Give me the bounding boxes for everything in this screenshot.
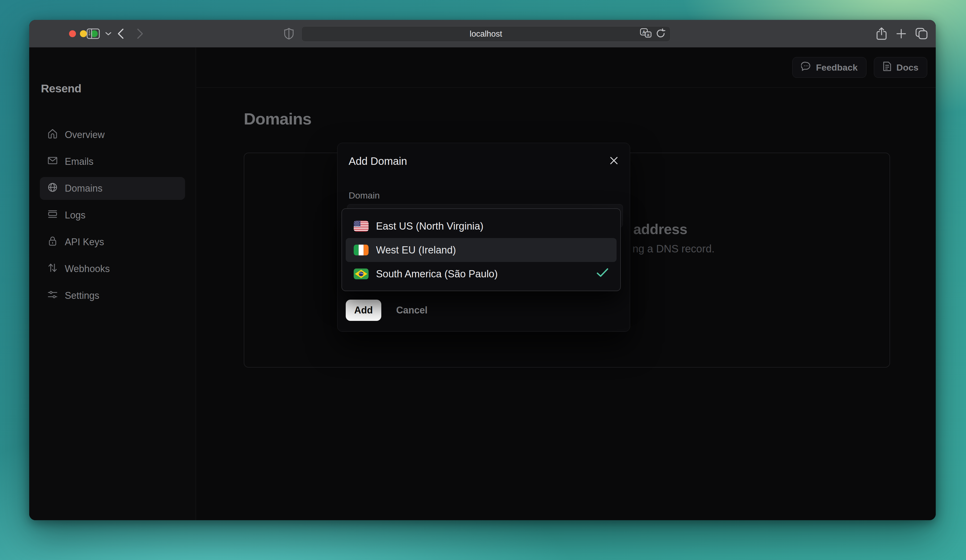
svg-text:a: a xyxy=(647,33,649,37)
reload-icon[interactable] xyxy=(656,28,666,40)
lock-icon xyxy=(47,236,58,249)
forward-icon[interactable] xyxy=(133,20,147,47)
resend-app: Resend Overview xyxy=(29,47,936,520)
back-icon[interactable] xyxy=(113,20,127,47)
mail-icon xyxy=(47,155,58,168)
page-title: Domains xyxy=(244,109,312,128)
domain-field-label: Domain xyxy=(348,190,380,201)
feedback-button-label: Feedback xyxy=(816,62,858,73)
sliders-icon xyxy=(47,289,58,302)
feedback-bubble-icon xyxy=(801,61,811,74)
region-option-west-eu[interactable]: West EU (Ireland) xyxy=(346,238,616,262)
sidebar-item-domains[interactable]: Domains xyxy=(40,177,185,200)
browser-toolbar: localhost A a xyxy=(29,20,936,47)
feedback-button[interactable]: Feedback xyxy=(792,57,866,78)
browser-window: localhost A a xyxy=(29,20,936,520)
modal-title: Add Domain xyxy=(348,155,407,167)
check-icon xyxy=(596,268,609,280)
close-window-button[interactable] xyxy=(69,30,76,37)
home-icon xyxy=(47,128,58,141)
sidebar-item-label: Emails xyxy=(65,156,94,167)
region-option-east-us[interactable]: East US (North Virginia) xyxy=(346,214,616,238)
address-bar[interactable]: localhost A a xyxy=(301,26,670,42)
modal-actions: Add Cancel xyxy=(346,300,427,321)
card-heading-fragment: address xyxy=(633,221,687,237)
arrows-up-down-icon xyxy=(47,262,58,275)
sidebar-nav: Overview Emails xyxy=(40,123,185,307)
logs-icon xyxy=(47,209,58,222)
privacy-shield-icon[interactable] xyxy=(281,20,297,47)
cancel-button[interactable]: Cancel xyxy=(396,305,427,316)
us-flag-icon xyxy=(354,221,368,232)
docs-button-label: Docs xyxy=(897,62,918,73)
region-dropdown: East US (North Virginia) West EU (Irelan… xyxy=(342,208,621,291)
sidebar-item-label: Webhooks xyxy=(65,263,110,274)
sidebar: Resend Overview xyxy=(29,47,196,520)
region-option-label: West EU (Ireland) xyxy=(376,244,456,256)
tab-overview-icon[interactable] xyxy=(912,20,931,47)
region-option-south-america[interactable]: South America (São Paulo) xyxy=(346,262,616,286)
page-header: Feedback Docs xyxy=(196,47,936,88)
chevron-down-icon[interactable] xyxy=(102,20,114,47)
ireland-flag-icon xyxy=(354,244,368,255)
address-bar-url: localhost xyxy=(470,29,502,39)
brazil-flag-icon xyxy=(354,269,368,280)
region-option-label: South America (São Paulo) xyxy=(376,269,498,280)
sidebar-item-overview[interactable]: Overview xyxy=(40,123,185,146)
new-tab-icon[interactable] xyxy=(893,20,910,47)
card-body-fragment: ng a DNS record. xyxy=(632,243,715,255)
close-icon[interactable] xyxy=(607,154,621,167)
globe-icon xyxy=(47,182,58,195)
sidebar-item-label: Settings xyxy=(65,290,99,301)
translate-icon[interactable]: A a xyxy=(640,28,652,40)
share-icon[interactable] xyxy=(873,20,890,47)
docs-button[interactable]: Docs xyxy=(874,57,927,78)
sidebar-item-api-keys[interactable]: API Keys xyxy=(40,231,185,254)
sidebar-toggle-icon[interactable] xyxy=(84,20,102,47)
docs-file-icon xyxy=(882,61,892,74)
sidebar-item-settings[interactable]: Settings xyxy=(40,284,185,307)
region-option-label: East US (North Virginia) xyxy=(376,221,483,232)
sidebar-item-logs[interactable]: Logs xyxy=(40,204,185,227)
sidebar-item-label: API Keys xyxy=(65,236,104,247)
sidebar-item-label: Overview xyxy=(65,129,105,141)
sidebar-item-label: Domains xyxy=(65,183,102,194)
sidebar-item-emails[interactable]: Emails xyxy=(40,150,185,173)
add-button[interactable]: Add xyxy=(346,300,381,321)
sidebar-item-webhooks[interactable]: Webhooks xyxy=(40,257,185,280)
sidebar-item-label: Logs xyxy=(65,210,85,221)
resend-logo: Resend xyxy=(41,82,81,95)
